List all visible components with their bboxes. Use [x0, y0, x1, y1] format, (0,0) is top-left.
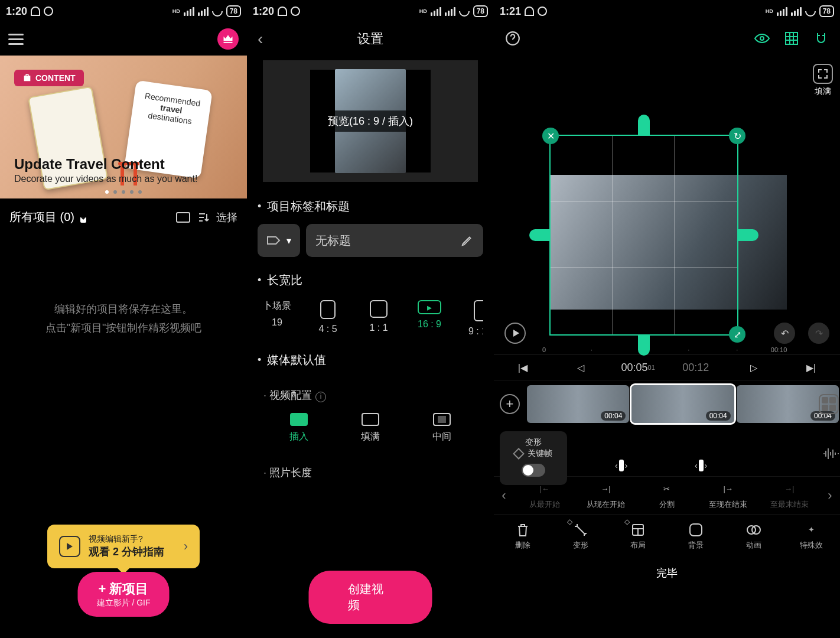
eye-icon[interactable]	[753, 29, 771, 48]
menu-button[interactable]	[8, 34, 24, 45]
tool-animation[interactable]: 动画	[725, 522, 783, 551]
toolbar-row-1: ‹ |←从最开始 →|从现在开始 ✂分割 |→至现在结束 →|至最末结束 ›	[494, 476, 840, 514]
preview-label: 预览(16 : 9 / 插入)	[320, 110, 421, 132]
grid-icon[interactable]	[782, 29, 801, 48]
alarm-clock-icon	[291, 6, 300, 16]
resize-handle[interactable]: ⤢	[729, 326, 745, 343]
sort-icon[interactable]	[196, 210, 210, 224]
total-time: 00:12	[667, 362, 725, 374]
wifi-icon	[210, 4, 224, 18]
status-bar: 1:20 HD78	[247, 0, 494, 22]
create-video-button[interactable]: 创建视频	[309, 571, 432, 624]
ratio-1-1[interactable]: 1 : 1	[362, 300, 396, 337]
tools-next[interactable]: ›	[820, 488, 840, 503]
play-button[interactable]	[504, 323, 526, 344]
alarm-clock-icon	[44, 6, 53, 16]
content-banner[interactable]: CONTENT Recommended travel destinations …	[0, 56, 247, 198]
tool-to-now[interactable]: |→至现在结束	[698, 481, 759, 510]
vconf-fill[interactable]: 填满	[361, 413, 380, 443]
settings-screen: 1:20 HD78 ‹ 设置 预览(16 : 9 / 插入) 项目标签和标题 ▾…	[247, 0, 494, 638]
kf-nav-left[interactable]: ‹›	[615, 460, 627, 471]
top-handle[interactable]	[638, 115, 650, 136]
undo-button[interactable]: ↶	[774, 323, 795, 344]
caret-down-icon: ▾	[286, 235, 291, 246]
guide-card[interactable]: 视频编辑新手?观看 2 分钟指南 ›	[47, 525, 200, 568]
right-handle[interactable]	[737, 229, 758, 241]
hd-icon: HD	[172, 8, 180, 14]
kf-nav-right[interactable]: ‹›	[695, 460, 707, 471]
tools-prev[interactable]: ‹	[494, 488, 514, 503]
back-button[interactable]: ‹	[258, 30, 263, 48]
keyframe-panel: 变形 关键帧	[500, 431, 567, 485]
ratio-16-9[interactable]: ▸16 : 9	[412, 300, 447, 337]
new-project-button[interactable]: + 新项目 建立影片 / GIF	[78, 572, 170, 617]
tool-background[interactable]: 背景	[667, 522, 725, 551]
magnet-icon[interactable]	[812, 29, 831, 48]
svg-rect-3	[786, 32, 797, 44]
goto-end-button[interactable]: ▶|	[782, 362, 840, 373]
done-button[interactable]: 完毕	[494, 558, 840, 588]
crop-frame[interactable]: ✕ ↻ ⤢	[549, 135, 738, 336]
left-handle[interactable]	[529, 229, 551, 241]
carousel-dots[interactable]	[0, 190, 247, 194]
time-bar: |◀ ◁ 00:0501 00:12 ▷ ▶|	[494, 354, 840, 380]
chevron-right-icon: ›	[184, 539, 188, 554]
track-options-button[interactable]	[819, 394, 839, 414]
settings-title: 设置	[357, 30, 383, 48]
view-card-icon[interactable]	[176, 210, 190, 224]
tool-from-start[interactable]: |←从最开始	[514, 481, 575, 510]
ratio-4-5[interactable]: 4 : 5	[311, 300, 345, 337]
title-input[interactable]: 无标题	[306, 224, 483, 257]
ratio-strip[interactable]: 卜场景19 4 : 5 1 : 1 ▸16 : 9 9 : 16 1.85 : …	[258, 298, 483, 337]
info-icon[interactable]: i	[315, 392, 326, 402]
premium-button[interactable]	[217, 28, 239, 50]
redo-button[interactable]: ↷	[808, 323, 829, 344]
delete-handle[interactable]: ✕	[542, 128, 559, 144]
tool-transform[interactable]: ◇变形	[552, 522, 610, 551]
preview-pane[interactable]: 预览(16 : 9 / 插入)	[263, 60, 478, 182]
section-title-tag: 项目标签和标题	[258, 198, 483, 214]
ratio-scene[interactable]: 卜场景19	[260, 300, 294, 337]
diamond-icon	[513, 448, 525, 460]
vconf-center[interactable]: 中间	[432, 413, 451, 443]
fill-button[interactable]: 填满	[813, 64, 833, 97]
clip-1[interactable]: 00:04	[527, 385, 629, 423]
waveform-icon[interactable]	[822, 431, 840, 476]
svg-rect-5	[690, 524, 702, 536]
status-time: 1:20	[6, 5, 27, 18]
projects-bar: 所有项目 (0) 选择	[0, 198, 247, 229]
svg-point-2	[760, 37, 764, 40]
tool-from-now[interactable]: →|从现在开始	[575, 481, 637, 510]
home-header	[0, 22, 247, 56]
projects-label[interactable]: 所有项目 (0)	[9, 209, 74, 225]
tool-split[interactable]: ✂分割	[636, 481, 698, 510]
edit-icon[interactable]	[461, 234, 474, 247]
tool-effects[interactable]: ✦特殊效	[782, 522, 840, 551]
tool-layout[interactable]: ◇布局	[609, 522, 667, 551]
mute-icon	[278, 6, 287, 16]
prev-frame-button[interactable]: ◁	[552, 362, 610, 373]
add-clip-button[interactable]: +	[500, 394, 520, 414]
sub-photo-length: 照片长度	[258, 455, 483, 487]
help-button[interactable]	[503, 29, 522, 48]
vconf-insert[interactable]: 插入	[289, 413, 308, 443]
clip-2-selected[interactable]: 00:04	[631, 385, 734, 423]
alarm-clock-icon	[538, 6, 547, 16]
canvas[interactable]: 填满 ✕ ↻ ⤢	[497, 58, 840, 312]
caret-down-icon[interactable]	[80, 217, 86, 223]
mute-icon	[31, 6, 40, 16]
tool-to-end[interactable]: →|至最末结束	[758, 481, 820, 510]
goto-start-button[interactable]: |◀	[494, 362, 552, 373]
tool-delete[interactable]: 删除	[494, 522, 552, 551]
banner-text: Update Travel Content Decorate your vide…	[14, 156, 233, 184]
signal-icon-2	[198, 7, 209, 16]
tag-picker[interactable]: ▾	[258, 224, 300, 257]
rotate-handle[interactable]: ↻	[729, 128, 745, 144]
timeline-track[interactable]: + 00:04 00:04 00:04	[494, 380, 840, 428]
ratio-9-16[interactable]: 9 : 16	[463, 300, 483, 337]
next-frame-button[interactable]: ▷	[725, 362, 783, 373]
time-ruler[interactable]: 0 ···· 00:10	[494, 346, 840, 354]
keyframe-toggle[interactable]	[522, 464, 545, 477]
svg-rect-0	[177, 213, 190, 222]
select-button[interactable]: 选择	[216, 210, 237, 224]
